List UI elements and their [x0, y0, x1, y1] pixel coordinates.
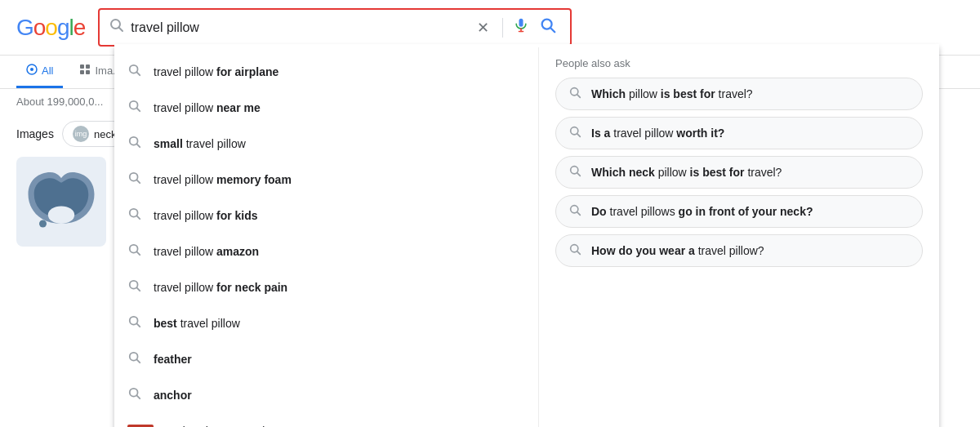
- ask-item-q2[interactable]: Is a travel pillow worth it?: [555, 117, 923, 149]
- svg-line-32: [136, 359, 140, 363]
- svg-line-1: [119, 28, 123, 32]
- svg-line-6: [551, 28, 555, 32]
- ask-text-q2: Is a travel pillow worth it?: [591, 127, 724, 140]
- svg-line-20: [136, 144, 140, 147]
- svg-rect-2: [519, 19, 523, 27]
- suggestion-item-s4[interactable]: travel pillow memory foam: [114, 162, 538, 198]
- suggestion-item-s3[interactable]: small travel pillow: [114, 126, 538, 162]
- ask-text-q1: Which pillow is best for travel?: [591, 87, 753, 100]
- ask-text-q4: Do travel pillows go in front of your ne…: [591, 205, 813, 218]
- svg-line-26: [136, 251, 140, 255]
- search-icon-s8: [127, 315, 142, 331]
- ask-search-icon-q3: [569, 165, 581, 180]
- ask-text-q5: How do you wear a travel pillow?: [591, 244, 764, 257]
- suggestion-item-s1[interactable]: travel pillow for airplane: [114, 54, 538, 90]
- search-icon-s2: [127, 100, 142, 116]
- ask-item-q1[interactable]: Which pillow is best for travel?: [555, 78, 923, 110]
- suggestion-item-s2[interactable]: travel pillow near me: [114, 90, 538, 126]
- tab-all[interactable]: All: [16, 56, 63, 88]
- suggestion-text-s1: travel pillow for airplane: [154, 65, 278, 78]
- svg-rect-9: [80, 64, 84, 69]
- search-button[interactable]: [536, 16, 560, 38]
- ask-item-q4[interactable]: Do travel pillows go in front of your ne…: [555, 195, 923, 228]
- svg-point-8: [30, 68, 33, 71]
- suggestion-item-s8[interactable]: best travel pillow: [114, 305, 538, 341]
- svg-line-34: [136, 395, 140, 398]
- svg-line-44: [577, 212, 581, 216]
- google-logo: Google: [16, 15, 85, 41]
- neck-thumb: img: [73, 126, 89, 142]
- svg-line-16: [136, 72, 140, 75]
- svg-line-28: [136, 287, 140, 291]
- svg-line-38: [577, 95, 581, 98]
- suggestion-text-s3: small travel pillow: [154, 137, 246, 150]
- svg-line-30: [136, 323, 140, 327]
- ask-text-q3: Which neck pillow is best for travel?: [591, 166, 782, 179]
- suggestion-text-s7: travel pillow for neck pain: [154, 281, 287, 294]
- suggestion-text-s10: anchor: [154, 389, 192, 402]
- people-also-ask-label: People also ask: [555, 57, 923, 69]
- svg-point-13: [48, 206, 74, 224]
- autocomplete-dropdown: travel pillow for airplane travel pillow…: [114, 44, 939, 427]
- suggestion-text-s9: feather: [154, 353, 192, 366]
- suggestion-text-s2: travel pillow near me: [154, 101, 261, 114]
- ask-item-q5[interactable]: How do you wear a travel pillow?: [555, 234, 923, 267]
- voice-button[interactable]: [513, 17, 529, 38]
- search-icon-s1: [127, 64, 142, 80]
- suggestion-item-s11[interactable]: BB&B Bed Bath & Beyond: [114, 413, 538, 427]
- suggestion-item-s5[interactable]: travel pillow for kids: [114, 198, 538, 234]
- ask-item-q3[interactable]: Which neck pillow is best for travel?: [555, 156, 923, 189]
- svg-line-22: [136, 180, 140, 183]
- svg-rect-12: [86, 70, 90, 74]
- tab-all-label: All: [42, 64, 53, 77]
- suggestion-text-s6: travel pillow amazon: [154, 245, 259, 258]
- svg-line-24: [136, 216, 140, 219]
- suggestion-text-s8: best travel pillow: [154, 317, 240, 330]
- neck-chip-label: neck: [94, 128, 116, 140]
- svg-line-18: [136, 108, 140, 111]
- search-icon-s10: [127, 387, 142, 403]
- svg-rect-10: [86, 64, 90, 69]
- clear-button[interactable]: ✕: [474, 19, 492, 37]
- search-icon-s3: [127, 136, 142, 152]
- svg-point-14: [39, 220, 47, 228]
- search-icon-s6: [127, 243, 142, 260]
- suggestions-column: travel pillow for airplane travel pillow…: [114, 47, 539, 427]
- divider: [502, 18, 503, 38]
- search-box[interactable]: travel pillow ✕: [98, 8, 572, 47]
- suggestion-text-s4: travel pillow memory foam: [154, 173, 292, 186]
- images-section-label: Images: [16, 127, 54, 140]
- search-icon: [109, 18, 124, 37]
- suggestion-item-s10[interactable]: anchor: [114, 377, 538, 413]
- search-icon-s9: [127, 351, 142, 367]
- people-also-ask-column: People also ask Which pillow is best for…: [539, 47, 939, 427]
- ask-search-icon-q4: [569, 204, 581, 219]
- svg-line-46: [577, 251, 581, 255]
- dropdown-inner: travel pillow for airplane travel pillow…: [114, 44, 939, 427]
- suggestion-text-s5: travel pillow for kids: [154, 209, 258, 222]
- all-icon: [26, 64, 38, 78]
- pillow-image: [16, 157, 106, 247]
- suggestion-item-s7[interactable]: travel pillow for neck pain: [114, 269, 538, 305]
- search-icon-s4: [127, 171, 142, 188]
- search-icon-s7: [127, 279, 142, 296]
- images-icon: [79, 64, 91, 78]
- search-icon-s5: [127, 207, 142, 224]
- suggestion-item-s6[interactable]: travel pillow amazon: [114, 234, 538, 269]
- svg-rect-11: [80, 70, 84, 74]
- ask-search-icon-q2: [569, 126, 581, 140]
- ask-search-icon-q5: [569, 243, 581, 258]
- svg-line-40: [577, 134, 581, 137]
- ask-search-icon-q1: [569, 87, 581, 101]
- svg-line-42: [577, 173, 581, 176]
- suggestion-item-s9[interactable]: feather: [114, 341, 538, 377]
- search-input[interactable]: travel pillow: [131, 20, 467, 35]
